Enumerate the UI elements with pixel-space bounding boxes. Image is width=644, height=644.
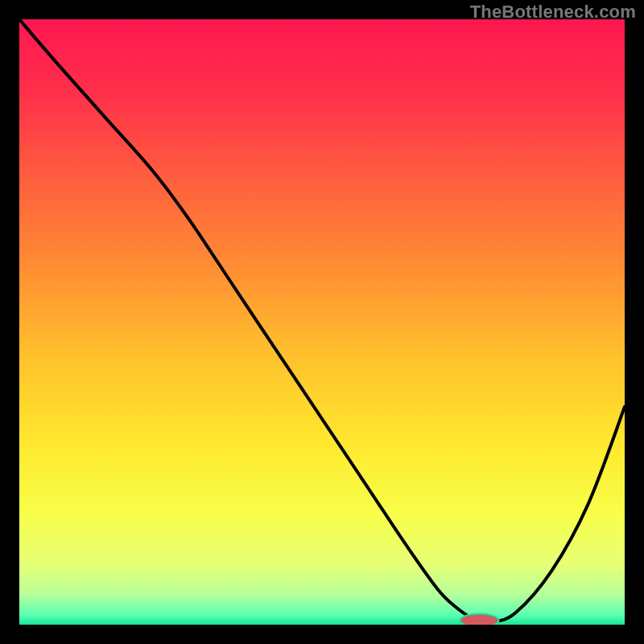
chart-frame: TheBottleneck.com — [0, 0, 644, 644]
optimal-marker — [460, 613, 498, 625]
bottleneck-chart — [19, 19, 625, 625]
plot-area — [19, 19, 625, 625]
gradient-background — [19, 19, 625, 625]
